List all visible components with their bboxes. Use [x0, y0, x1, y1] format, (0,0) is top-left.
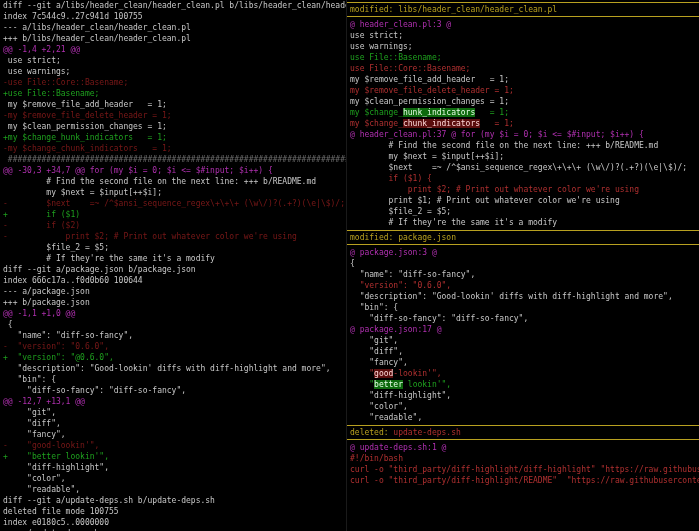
plain-diff-pane: diff --git a/libs/header_clean/header_cl… [0, 0, 347, 531]
ctx-line: "name": "diff-so-fancy", [347, 269, 699, 280]
plus-file: +++ b/package.json [0, 297, 346, 308]
ctx-line: "description": "Good-lookin' diffs with … [0, 363, 346, 374]
ctx-line: "diff", [347, 346, 699, 357]
word-add: hunk_indicators [403, 108, 475, 117]
del-line: - "good-lookin'", [0, 440, 346, 451]
index-line: index e0180c5..0000000 [0, 517, 346, 528]
del-line: -my $remove_file_delete_header = 1; [0, 110, 346, 121]
del-line: curl -o "third_party/diff-highlight/diff… [347, 464, 699, 475]
del-line: "good-lookin'", [347, 368, 699, 379]
ctx-line: "git", [0, 407, 346, 418]
ctx-line: $file_2 = $5; [0, 242, 346, 253]
del-line: - print $2; # Print out whatever color w… [0, 231, 346, 242]
del-line: - $next =~ /^$ansi_sequence_regex\+\+\+ … [0, 198, 346, 209]
file-banner: deleted: update-deps.sh [347, 425, 699, 440]
del-line: "version": "0.6.0", [347, 280, 699, 291]
ctx-line: "bin": { [0, 374, 346, 385]
ctx-line: my $clean_permission_changes = 1; [0, 121, 346, 132]
ctx-line: "git", [347, 335, 699, 346]
hunk-location: @ package.json:17 @ [347, 324, 699, 335]
ctx-line: $next =~ /^$ansi_sequence_regex\+\+\+ (\… [347, 162, 699, 173]
ctx-line: "readable", [347, 412, 699, 423]
minus-file: --- a/package.json [0, 286, 346, 297]
hunk-header: @@ -1,4 +2,21 @@ [0, 44, 346, 55]
ctx-line: $file_2 = $5; [347, 206, 699, 217]
index-line: index 7c544c9..27c941d 100755 [0, 11, 346, 22]
ctx-line: "diff-so-fancy": "diff-so-fancy", [0, 385, 346, 396]
hunk-header: @@ -30,3 +34,7 @@ for (my $i = 0; $i <= … [0, 165, 346, 176]
del-line: use File::Core::Basename; [347, 63, 699, 74]
ctx-line: "fancy", [347, 357, 699, 368]
ctx-line: my $next = $input[++$i]; [0, 187, 346, 198]
add-line: + "version": "@0.6.0", [0, 352, 346, 363]
ctx-line: use warnings; [347, 41, 699, 52]
del-line: - if ($2) [0, 220, 346, 231]
deleted-file: update-deps.sh [393, 428, 460, 437]
ctx-line: "color", [0, 473, 346, 484]
ctx-line: "diff-so-fancy": "diff-so-fancy", [347, 313, 699, 324]
ctx-line: use strict; [0, 55, 346, 66]
ctx-line: "bin": { [347, 302, 699, 313]
deleted-label: deleted: [350, 428, 393, 437]
ctx-line: "color", [347, 401, 699, 412]
deleted-mode: deleted file mode 100755 [0, 506, 346, 517]
file-banner: modified: libs/header_clean/header_clean… [347, 2, 699, 17]
ctx-line: my $remove_file_add_header = 1; [0, 99, 346, 110]
diff-header: diff --git a/update-deps.sh b/update-dep… [0, 495, 346, 506]
add-line: +use File::Basename; [0, 88, 346, 99]
del-line: print $2; # Print out whatever color we'… [347, 184, 699, 195]
hunk-location: @ package.json:3 @ [347, 247, 699, 258]
word-del: chunk_indicators [403, 119, 480, 128]
ctx-line: # If they're the same it's a modify [0, 253, 346, 264]
del-line: my $change_chunk_indicators = 1; [347, 118, 699, 129]
ctx-line: use strict; [347, 30, 699, 41]
ctx-line: "diff-highlight", [347, 390, 699, 401]
del-line: if ($1) { [347, 173, 699, 184]
ctx-line: my $remove_file_add_header = 1; [347, 74, 699, 85]
del-line: -use File::Core::Basename; [0, 77, 346, 88]
ctx-line: use warnings; [0, 66, 346, 77]
add-line: +my $change_hunk_indicators = 1; [0, 132, 346, 143]
plus-file: +++ b/libs/header_clean/header_clean.pl [0, 33, 346, 44]
del-line: #!/bin/bash [347, 453, 699, 464]
ctx-line: my $clean_permission_changes = 1; [347, 96, 699, 107]
ctx-line: "name": "diff-so-fancy", [0, 330, 346, 341]
separator-line: ########################################… [0, 154, 346, 165]
hunk-location: @ update-deps.sh:1 @ [347, 442, 699, 453]
ctx-line: "readable", [0, 484, 346, 495]
hunk-location: @ header_clean.pl:3 @ [347, 19, 699, 30]
hunk-header: @@ -1,1 +1,0 @@ [0, 308, 346, 319]
ctx-line: "diff-highlight", [0, 462, 346, 473]
ctx-line: my $next = $input[++$i]; [347, 151, 699, 162]
ctx-line: "diff", [0, 418, 346, 429]
diff-header: diff --git a/package.json b/package.json [0, 264, 346, 275]
add-line: "better lookin'", [347, 379, 699, 390]
word-del: good [374, 369, 393, 378]
ctx-line: { [0, 319, 346, 330]
add-line: + if ($1) [0, 209, 346, 220]
ctx-line: # If they're the same it's a modify [347, 217, 699, 228]
diff-header: diff --git a/libs/header_clean/header_cl… [0, 0, 346, 11]
hunk-header: @@ -12,7 +13,1 @@ [0, 396, 346, 407]
ctx-line: # Find the second file on the next line:… [347, 140, 699, 151]
ctx-line: # Find the second file on the next line:… [0, 176, 346, 187]
del-line: curl -o "third_party/diff-highlight/READ… [347, 475, 699, 486]
ctx-line: { [347, 258, 699, 269]
word-add: better [374, 380, 403, 389]
ctx-line: print $1; # Print out whatever color we'… [347, 195, 699, 206]
add-line: my $change_hunk_indicators = 1; [347, 107, 699, 118]
file-banner: modified: package.json [347, 230, 699, 245]
minus-file: --- a/libs/header_clean/header_clean.pl [0, 22, 346, 33]
hunk-location: @ header_clean.pl:37 @ for (my $i = 0; $… [347, 129, 699, 140]
add-line: use File::Basename; [347, 52, 699, 63]
ctx-line: "fancy", [0, 429, 346, 440]
fancy-diff-pane: modified: libs/header_clean/header_clean… [347, 0, 699, 531]
add-line: + "better lookin'", [0, 451, 346, 462]
del-line: -my $change_chunk_indicators = 1; [0, 143, 346, 154]
del-line: - "version": "0.6.0", [0, 341, 346, 352]
ctx-line: "description": "Good-lookin' diffs with … [347, 291, 699, 302]
index-line: index 666c17a..f0d0b60 100644 [0, 275, 346, 286]
del-line: my $remove_file_delete_header = 1; [347, 85, 699, 96]
